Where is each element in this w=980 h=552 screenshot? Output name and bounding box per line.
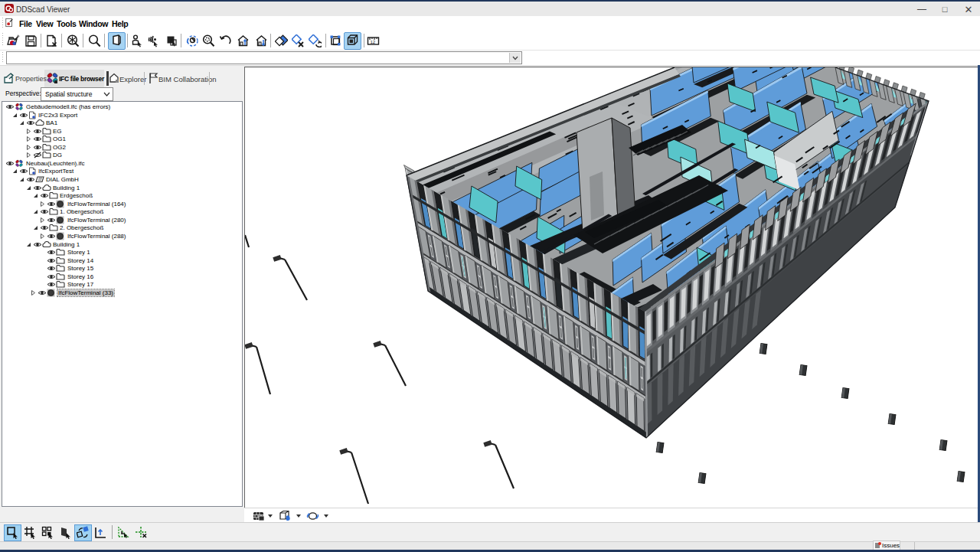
svg-text:12: 12: [371, 40, 376, 44]
